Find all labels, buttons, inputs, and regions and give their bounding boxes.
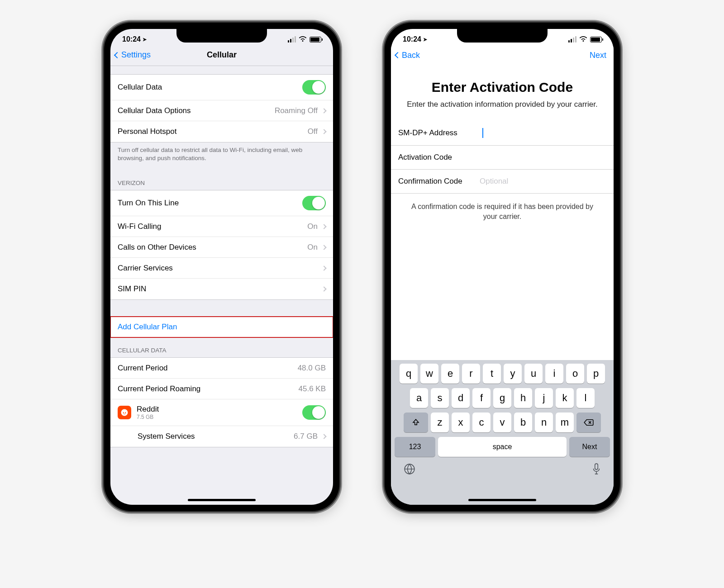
location-icon: ➤ (423, 37, 427, 43)
activation-title: Enter Activation Code (405, 80, 600, 95)
key-w[interactable]: w (420, 364, 438, 384)
key-f[interactable]: f (472, 388, 491, 408)
numeric-key[interactable]: 123 (395, 437, 435, 457)
key-p[interactable]: p (587, 364, 605, 384)
app-reddit-row[interactable]: Reddit 7.5 GB (110, 399, 333, 426)
calls-other-value: On (307, 243, 318, 252)
phone-left: 10:24 ➤ Settings Cellular Cellular (104, 23, 339, 511)
cellular-data-row[interactable]: Cellular Data (110, 75, 333, 100)
turn-on-line-label: Turn On This Line (118, 199, 302, 208)
key-u[interactable]: u (524, 364, 543, 384)
wifi-calling-row[interactable]: Wi-Fi Calling On (110, 216, 333, 237)
activation-code-label: Activation Code (398, 153, 480, 162)
confirmation-code-label: Confirmation Code (398, 177, 480, 186)
key-c[interactable]: c (472, 413, 491, 432)
activation-code-row[interactable]: Activation Code (391, 146, 614, 170)
back-button[interactable]: Settings (115, 50, 151, 60)
battery-icon (590, 37, 602, 43)
smdp-field-row[interactable]: SM-DP+ Address (391, 121, 614, 146)
back-button[interactable]: Back (395, 51, 420, 60)
space-key[interactable]: space (438, 437, 567, 457)
app-reddit-size: 7.5 GB (137, 414, 302, 420)
cellular-content: Cellular Data Cellular Data Options Roam… (110, 66, 333, 498)
current-period-roaming-value: 45.6 KB (299, 384, 326, 394)
phone-right: 10:24 ➤ Back Next Enter Activation C (385, 23, 620, 511)
calls-other-label: Calls on Other Devices (118, 243, 307, 252)
page-title: Cellular (207, 50, 237, 60)
key-k[interactable]: k (556, 388, 574, 408)
backspace-key[interactable] (576, 413, 601, 432)
shift-key[interactable] (404, 413, 428, 432)
globe-icon[interactable] (404, 463, 415, 478)
reddit-icon (118, 406, 131, 419)
key-z[interactable]: z (431, 413, 449, 432)
turn-on-line-row[interactable]: Turn On This Line (110, 190, 333, 216)
cellular-data-toggle[interactable] (302, 80, 326, 95)
battery-icon (310, 37, 321, 43)
back-label: Back (402, 51, 420, 60)
key-j[interactable]: j (535, 388, 553, 408)
key-i[interactable]: i (545, 364, 563, 384)
cellular-data-label: Cellular Data (118, 83, 302, 92)
calls-other-row[interactable]: Calls on Other Devices On (110, 237, 333, 258)
cellular-data-options-label: Cellular Data Options (118, 106, 275, 115)
home-indicator (188, 499, 256, 501)
svg-point-2 (125, 412, 126, 413)
app-reddit-toggle[interactable] (302, 405, 326, 420)
chevron-right-icon (321, 266, 326, 270)
turn-on-line-toggle[interactable] (302, 196, 326, 210)
svg-point-0 (121, 409, 128, 416)
key-g[interactable]: g (493, 388, 511, 408)
kb-next-key[interactable]: Next (569, 437, 610, 457)
current-period-roaming-row: Current Period Roaming 45.6 KB (110, 379, 333, 399)
key-e[interactable]: e (441, 364, 459, 384)
system-services-value: 6.7 GB (294, 432, 318, 441)
next-button[interactable]: Next (590, 51, 606, 60)
key-b[interactable]: b (514, 413, 532, 432)
svg-point-1 (123, 412, 124, 413)
mic-icon[interactable] (592, 463, 601, 478)
key-y[interactable]: y (504, 364, 522, 384)
cellular-data-options-row[interactable]: Cellular Data Options Roaming Off (110, 100, 333, 121)
cellular-footer-text: Turn off cellular data to restrict all d… (110, 142, 333, 171)
personal-hotspot-row[interactable]: Personal Hotspot Off (110, 121, 333, 142)
chevron-right-icon (321, 245, 326, 250)
cellular-data-options-value: Roaming Off (275, 106, 318, 115)
key-x[interactable]: x (452, 413, 470, 432)
carrier-services-label: Carrier Services (118, 264, 318, 273)
text-cursor-icon (482, 128, 483, 138)
status-time: 10:24 (403, 35, 421, 43)
key-n[interactable]: n (535, 413, 553, 432)
carrier-services-row[interactable]: Carrier Services (110, 258, 333, 279)
chevron-right-icon (321, 434, 326, 439)
key-o[interactable]: o (566, 364, 584, 384)
key-h[interactable]: h (514, 388, 532, 408)
keyboard: qwertyuiop asdfghjkl zxcvbnm 123 space N… (391, 360, 614, 505)
chevron-left-icon (395, 52, 401, 58)
personal-hotspot-value: Off (308, 127, 318, 136)
key-a[interactable]: a (410, 388, 428, 408)
key-r[interactable]: r (462, 364, 480, 384)
key-v[interactable]: v (493, 413, 511, 432)
key-d[interactable]: d (452, 388, 470, 408)
chevron-right-icon (321, 287, 326, 292)
add-cellular-plan-label: Add Cellular Plan (118, 322, 326, 332)
key-l[interactable]: l (576, 388, 595, 408)
notch (457, 29, 548, 43)
key-s[interactable]: s (431, 388, 449, 408)
add-cellular-plan-row[interactable]: Add Cellular Plan (110, 317, 333, 337)
confirmation-code-row[interactable]: Confirmation Code Optional (391, 170, 614, 194)
key-t[interactable]: t (483, 364, 501, 384)
key-q[interactable]: q (400, 364, 418, 384)
nav-bar: Settings Cellular (110, 46, 333, 66)
next-label: Next (590, 51, 606, 60)
nav-bar: Back Next (391, 46, 614, 66)
sim-pin-row[interactable]: SIM PIN (110, 279, 333, 299)
wifi-calling-label: Wi-Fi Calling (118, 222, 307, 231)
signal-icon (568, 36, 577, 43)
activation-footer-text: A confirmation code is required if it ha… (391, 194, 614, 230)
current-period-row: Current Period 48.0 GB (110, 358, 333, 379)
system-services-row[interactable]: System Services 6.7 GB (110, 426, 333, 447)
key-m[interactable]: m (556, 413, 574, 432)
wifi-icon (579, 35, 587, 43)
